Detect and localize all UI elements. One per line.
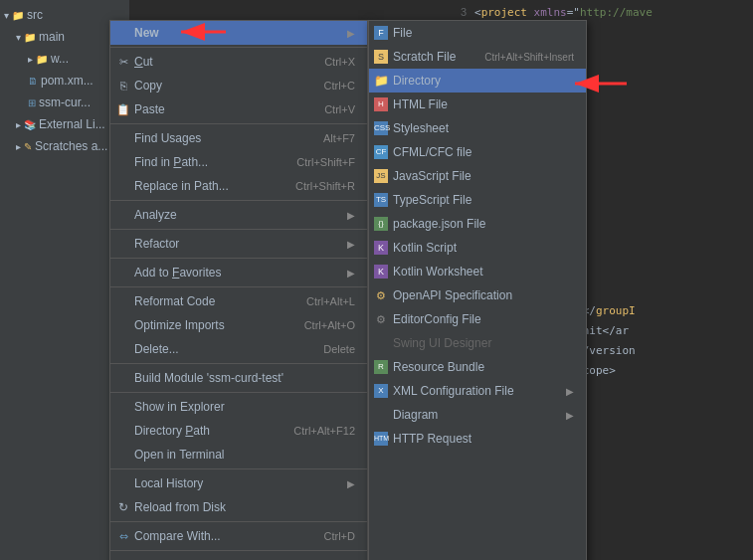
submenu-item-ts[interactable]: TS TypeScript File [369, 188, 586, 212]
submenu-item-label: Directory [393, 74, 441, 88]
menu-separator [110, 229, 367, 230]
menu-separator [110, 123, 367, 124]
css-icon: CSS [373, 121, 389, 135]
kotlin-icon: K [373, 241, 389, 255]
submenu-item-label: Scratch File [393, 50, 480, 64]
menu-item-analyze[interactable]: Analyze ▶ [110, 203, 367, 227]
menu-item-reload[interactable]: ↻ Reload from Disk [110, 495, 367, 519]
menu-item-label: Add to Favorites [134, 266, 221, 280]
submenu-item-openapi[interactable]: ⚙ OpenAPI Specification [369, 283, 586, 307]
submenu-item-xml-config[interactable]: X XML Configuration File ▶ [369, 379, 586, 403]
submenu-item-scratch[interactable]: S Scratch File Ctrl+Alt+Shift+Insert [369, 45, 586, 69]
submenu-item-http[interactable]: HTM HTTP Request [369, 427, 586, 451]
submenu-item-html[interactable]: H HTML File [369, 93, 586, 116]
context-menu-container: New ▶ ✂ Cut Ctrl+X ⎘ Copy Ctrl+C 📋 Paste… [109, 20, 587, 560]
submenu-arrow-icon: ▶ [347, 478, 355, 489]
menu-item-show-explorer[interactable]: Show in Explorer [110, 395, 367, 419]
submenu-item-kotlin-worksheet[interactable]: K Kotlin Worksheet [369, 260, 586, 283]
menu-item-label: Find Usages [134, 131, 201, 145]
api-icon: ⚙ [373, 289, 389, 302]
submenu-item-label: XML Configuration File [393, 384, 566, 398]
menu-item-delete[interactable]: Delete... Delete [110, 337, 367, 361]
kotlin-worksheet-icon: K [373, 265, 389, 279]
menu-separator [110, 392, 367, 393]
submenu-item-label: HTTP Request [393, 432, 471, 446]
submenu-arrow-icon: ▶ [566, 410, 574, 421]
submenu-item-label: EditorConfig File [393, 312, 481, 326]
menu-item-label: Paste [134, 102, 165, 116]
submenu-new: F File S Scratch File Ctrl+Alt+Shift+Ins… [368, 20, 587, 560]
file-icon: 🗎 [28, 76, 38, 87]
shortcut-label: Ctrl+Alt+F12 [293, 425, 355, 437]
menu-item-favorites[interactable]: Add to Favorites ▶ [110, 261, 367, 284]
expand-icon: ▾ [4, 10, 9, 21]
folder-icon: 📁 [373, 74, 389, 88]
line-content: <project xmlns="http://mave [474, 6, 653, 19]
menu-item-copy[interactable]: ⎘ Copy Ctrl+C [110, 74, 367, 97]
submenu-item-js[interactable]: JS JavaScript File [369, 164, 586, 188]
menu-item-mark-dir[interactable]: Mark Directory as ▶ [110, 553, 367, 560]
menu-item-new[interactable]: New ▶ [110, 21, 367, 45]
menu-item-label: Build Module 'ssm-curd-test' [134, 371, 283, 385]
submenu-item-resource[interactable]: R Resource Bundle [369, 355, 586, 379]
menu-item-local-history[interactable]: Local History ▶ [110, 471, 367, 495]
expand-icon: ▸ [16, 141, 21, 152]
submenu-item-cfml[interactable]: CF CFML/CFC file [369, 140, 586, 164]
menu-item-label: Refactor [134, 237, 179, 251]
shortcut-label: Ctrl+Shift+F [296, 156, 355, 168]
menu-item-open-terminal[interactable]: Open in Terminal [110, 443, 367, 467]
folder-icon: 📁 [24, 32, 36, 43]
shortcut-label: Ctrl+Alt+L [306, 295, 355, 307]
menu-separator [110, 258, 367, 259]
menu-item-build[interactable]: Build Module 'ssm-curd-test' [110, 366, 367, 390]
menu-item-optimize-imports[interactable]: Optimize Imports Ctrl+Alt+O [110, 313, 367, 337]
submenu-item-file[interactable]: F File [369, 21, 586, 45]
submenu-arrow-icon: ▶ [566, 386, 574, 397]
menu-item-cut[interactable]: ✂ Cut Ctrl+X [110, 50, 367, 74]
shortcut-label: Alt+F7 [323, 132, 355, 144]
copy-icon: ⎘ [115, 80, 131, 92]
menu-separator [110, 550, 367, 551]
submenu-item-diagram[interactable]: Diagram ▶ [369, 403, 586, 427]
submenu-item-stylesheet[interactable]: CSS Stylesheet [369, 116, 586, 140]
shortcut-label: Ctrl+X [324, 56, 355, 68]
submenu-item-directory[interactable]: 📁 Directory [369, 69, 586, 93]
submenu-item-label: package.json File [393, 217, 485, 231]
menu-item-compare[interactable]: ⇔ Compare With... Ctrl+D [110, 524, 367, 548]
http-icon: HTM [373, 432, 389, 446]
menu-separator [110, 521, 367, 522]
submenu-item-label: Resource Bundle [393, 360, 484, 374]
arrow-directory [567, 74, 632, 96]
submenu-item-package-json[interactable]: {} package.json File [369, 212, 586, 236]
menu-item-find-path[interactable]: Find in Path... Ctrl+Shift+F [110, 150, 367, 174]
submenu-item-editorconfig[interactable]: ⚙ EditorConfig File [369, 307, 586, 331]
submenu-item-label: Swing UI Designer [393, 336, 491, 350]
menu-item-find-usages[interactable]: Find Usages Alt+F7 [110, 126, 367, 150]
reload-icon: ↻ [115, 500, 131, 514]
arrow-new [171, 22, 231, 45]
line-number: 3 [445, 6, 474, 18]
menu-separator [110, 200, 367, 201]
menu-item-refactor[interactable]: Refactor ▶ [110, 232, 367, 256]
submenu-item-kotlin-script[interactable]: K Kotlin Script [369, 236, 586, 260]
submenu-item-label: TypeScript File [393, 193, 471, 207]
submenu-arrow-icon: ▶ [347, 28, 355, 39]
menu-item-label: New [134, 26, 159, 40]
menu-item-label: Compare With... [134, 529, 221, 543]
submenu-arrow-icon: ▶ [347, 268, 355, 279]
html-icon: H [373, 97, 389, 111]
shortcut-label: Delete [323, 343, 355, 355]
menu-item-paste[interactable]: 📋 Paste Ctrl+V [110, 97, 367, 121]
shortcut-label: Ctrl+V [324, 103, 355, 115]
menu-item-replace-path[interactable]: Replace in Path... Ctrl+Shift+R [110, 174, 367, 198]
menu-item-label: Reload from Disk [134, 500, 226, 514]
folder-icon: 📁 [12, 10, 24, 21]
shortcut-label: Ctrl+Alt+O [304, 319, 355, 331]
menu-item-reformat[interactable]: Reformat Code Ctrl+Alt+L [110, 289, 367, 313]
expand-icon: ▾ [16, 32, 21, 43]
menu-item-dir-path[interactable]: Directory Path Ctrl+Alt+F12 [110, 419, 367, 443]
submenu-item-label: HTML File [393, 97, 448, 111]
paste-icon: 📋 [115, 103, 131, 116]
menu-item-label: Copy [134, 79, 162, 93]
menu-separator [110, 286, 367, 287]
